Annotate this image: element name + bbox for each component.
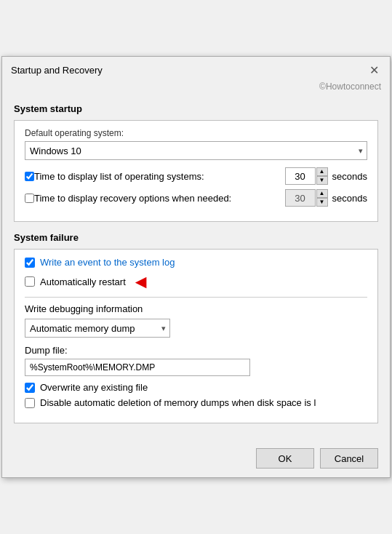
system-failure-box: Write an event to the system log Automat… — [14, 249, 378, 423]
auto-restart-label: Automatically restart — [40, 276, 126, 287]
time-recovery-down-button[interactable]: ▼ — [316, 198, 328, 207]
time-display-input[interactable]: 30 — [285, 167, 316, 185]
time-recovery-row: Time to display recovery options when ne… — [25, 189, 367, 207]
cancel-button[interactable]: Cancel — [320, 448, 378, 469]
watermark: ©Howtoconnect — [2, 80, 390, 95]
default-os-label: Default operating system: — [25, 128, 367, 138]
system-startup-box: Default operating system: Windows 10 ▾ T… — [14, 120, 378, 222]
ok-button[interactable]: OK — [256, 448, 314, 469]
time-display-spinner-buttons: ▲ ▼ — [316, 167, 328, 185]
startup-recovery-dialog: Startup and Recovery ✕ ©Howtoconnect Sys… — [1, 56, 391, 478]
overwrite-row: Overwrite any existing file — [25, 382, 367, 393]
time-recovery-input[interactable]: 30 — [285, 189, 316, 207]
system-startup-title: System startup — [14, 103, 378, 114]
time-display-unit: seconds — [332, 171, 367, 182]
dump-file-input[interactable] — [25, 359, 250, 376]
time-recovery-checkbox[interactable] — [25, 194, 34, 203]
time-display-up-button[interactable]: ▲ — [316, 167, 328, 176]
debugging-dropdown[interactable]: Automatic memory dump — [25, 319, 170, 338]
time-recovery-label: Time to display recovery options when ne… — [34, 193, 279, 204]
time-display-row: Time to display list of operating system… — [25, 167, 367, 185]
disable-auto-delete-checkbox[interactable] — [25, 398, 35, 408]
system-failure-title: System failure — [14, 232, 378, 243]
default-os-dropdown-wrapper: Windows 10 ▾ — [25, 141, 367, 160]
write-event-label: Write an event to the system log — [40, 257, 175, 268]
dialog-content: System startup Default operating system:… — [2, 95, 390, 442]
time-display-label: Time to display list of operating system… — [34, 171, 279, 182]
disable-auto-delete-row: Disable automatic deletion of memory dum… — [25, 397, 367, 408]
debugging-dropdown-wrapper: Automatic memory dump ▾ — [25, 319, 170, 338]
time-display-checkbox[interactable] — [25, 172, 34, 181]
disable-auto-delete-label: Disable automatic deletion of memory dum… — [40, 397, 316, 408]
dump-file-label: Dump file: — [25, 345, 367, 356]
time-recovery-up-button[interactable]: ▲ — [316, 189, 328, 198]
default-os-dropdown[interactable]: Windows 10 — [25, 141, 367, 160]
auto-restart-row: Automatically restart ◄ — [25, 272, 367, 291]
time-recovery-spinner-buttons: ▲ ▼ — [316, 189, 328, 207]
title-bar: Startup and Recovery ✕ — [2, 57, 390, 80]
write-event-row: Write an event to the system log — [25, 257, 367, 268]
time-recovery-unit: seconds — [332, 193, 367, 204]
time-display-spinner: 30 ▲ ▼ — [285, 167, 328, 185]
auto-restart-checkbox[interactable] — [25, 276, 35, 287]
time-display-down-button[interactable]: ▼ — [316, 176, 328, 185]
close-button[interactable]: ✕ — [367, 63, 381, 77]
overwrite-label: Overwrite any existing file — [40, 382, 148, 393]
debugging-title: Write debugging information — [25, 303, 367, 314]
overwrite-checkbox[interactable] — [25, 383, 35, 393]
write-event-checkbox[interactable] — [25, 258, 35, 268]
time-recovery-spinner: 30 ▲ ▼ — [285, 189, 328, 207]
red-arrow-icon: ◄ — [132, 272, 151, 291]
dialog-title: Startup and Recovery — [11, 65, 103, 76]
dialog-footer: OK Cancel — [2, 442, 390, 477]
